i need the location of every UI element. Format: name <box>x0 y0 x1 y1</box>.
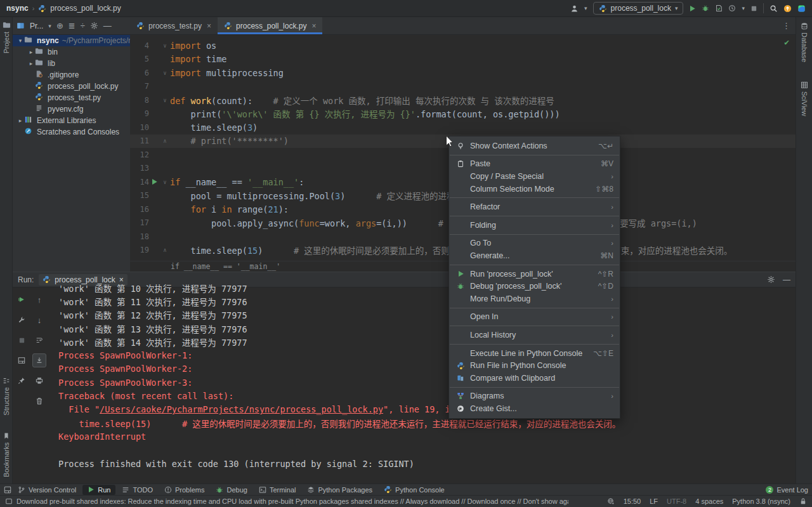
tree-chevron-icon[interactable]: ▸ <box>27 60 35 67</box>
collapse-all-button[interactable]: ≣ <box>69 21 75 30</box>
menu-item-local-history[interactable]: Local History› <box>449 329 620 341</box>
run-button[interactable] <box>689 5 696 12</box>
console-tool-pin-button[interactable] <box>15 374 29 388</box>
run-line-icon[interactable] <box>151 178 158 185</box>
console-tool-down-button[interactable]: ↓ <box>32 313 46 327</box>
menu-item-paste[interactable]: Paste⌘V <box>449 158 620 171</box>
stop-button[interactable] <box>750 5 757 12</box>
hide-panel-button[interactable]: — <box>103 21 112 30</box>
status-item-4-spaces[interactable]: 4 spaces <box>695 497 723 505</box>
tree-item-Scratches and Consoles[interactable]: Scratches and Consoles <box>13 126 130 138</box>
terminal-icon <box>259 486 266 494</box>
status-message[interactable]: Download pre-built shared indexes: Reduc… <box>16 497 568 505</box>
tool-corner-icon[interactable] <box>4 486 11 494</box>
tool-stripe-project[interactable]: Project <box>3 21 11 53</box>
tool-stripe-database[interactable]: Database <box>801 22 808 62</box>
tool-stripe-bookmarks[interactable]: Bookmarks <box>3 432 10 477</box>
toolbox-icon[interactable] <box>797 4 806 13</box>
tree-item-lib[interactable]: ▸lib <box>13 58 130 69</box>
tree-chevron-icon[interactable]: ▾ <box>16 37 24 44</box>
fold-marker-icon[interactable]: ∨ <box>160 97 170 103</box>
console-tool-wrench-button[interactable] <box>15 313 29 327</box>
status-item-lf[interactable]: LF <box>650 497 658 505</box>
tool-window-button-debug[interactable]: Debug <box>211 485 252 495</box>
tree-item-External Libraries[interactable]: ▸External Libraries <box>13 115 130 126</box>
fold-marker-icon[interactable]: ∨ <box>160 70 170 76</box>
menu-item-execute-line-in-python-console[interactable]: Execute Line in Python Console⌥⇧E <box>449 347 620 360</box>
console-tool-layout-button[interactable] <box>15 353 29 367</box>
console-tool-trash-button[interactable] <box>32 394 46 408</box>
search-icon[interactable] <box>769 4 778 13</box>
fold-marker-icon[interactable]: ∨ <box>160 43 170 49</box>
gear-icon[interactable] <box>90 22 98 30</box>
menu-item-copy-paste-special[interactable]: Copy / Paste Special› <box>449 170 620 183</box>
menu-item-folding[interactable]: Folding› <box>449 219 620 232</box>
project-view-icon[interactable] <box>16 22 25 30</box>
tree-item-nsync[interactable]: ▾nsync~/PycharmProjects/n <box>13 35 130 46</box>
console-tool-softwrap-button[interactable] <box>32 333 46 347</box>
tool-window-button-todo[interactable]: TODO <box>117 485 158 495</box>
menu-item-compare-with-clipboard[interactable]: Compare with Clipboard <box>449 372 620 385</box>
console-tool-print-button[interactable] <box>32 374 46 388</box>
tree-item-bin[interactable]: ▸bin <box>13 46 130 58</box>
tool-window-button-python-packages[interactable]: Python Packages <box>302 485 377 495</box>
status-item-utf-8[interactable]: UTF-8 <box>667 497 686 505</box>
status-item-15-50[interactable]: 15:50 <box>624 497 641 505</box>
tree-item-.gitignore[interactable]: .gitignore <box>13 69 130 81</box>
expand-collapse-button[interactable]: ÷ <box>81 21 85 30</box>
tool-stripe-structure[interactable]: Structure <box>3 377 10 416</box>
tree-item-process_poll_lock.py[interactable]: process_poll_lock.py <box>13 81 130 92</box>
close-icon[interactable]: × <box>311 22 316 30</box>
update-icon[interactable] <box>783 4 792 13</box>
menu-item-more-run-debug[interactable]: More Run/Debug› <box>449 293 620 305</box>
editor-tab-process_test.py[interactable]: process_test.py× <box>130 17 218 34</box>
close-icon[interactable]: × <box>207 22 211 30</box>
kebab-menu-icon[interactable]: ⋮ <box>777 21 796 30</box>
scrollend-icon <box>36 357 43 364</box>
status-item-python-3.8-nsync-[interactable]: Python 3.8 (nsync) <box>732 497 790 505</box>
tool-window-button-version-control[interactable]: Version Control <box>13 485 81 495</box>
menu-item-open-in[interactable]: Open In› <box>449 311 620 324</box>
editor-tab-process_poll_lock.py[interactable]: process_poll_lock.py× <box>218 17 322 34</box>
run-console[interactable]: 'work' 函数 第 10 次执行, 进程号为 77977'work' 函数 … <box>49 281 796 484</box>
menu-item-diagrams[interactable]: Diagrams› <box>449 390 620 403</box>
menu-item-debug-process-poll-lock[interactable]: Debug 'process_poll_lock'^⇧D <box>449 280 620 293</box>
lock-icon[interactable] <box>799 497 807 505</box>
fold-marker-icon[interactable]: ∧ <box>160 247 170 253</box>
locate-file-button[interactable]: ⊕ <box>56 21 63 30</box>
coverage-button[interactable] <box>715 4 723 12</box>
tree-item-pyvenv.cfg[interactable]: pyvenv.cfg <box>13 103 130 115</box>
console-tool-up-button[interactable]: ↑ <box>32 293 46 306</box>
tool-window-button-run[interactable]: Run <box>82 485 115 495</box>
menu-item-create-gist[interactable]: Create Gist... <box>449 402 620 415</box>
profiler-button[interactable] <box>728 4 736 12</box>
event-log-button[interactable]: 2 Event Log <box>766 486 808 494</box>
tree-chevron-icon[interactable]: ▸ <box>16 117 24 124</box>
console-tool-scrollend-button[interactable] <box>32 353 46 367</box>
menu-item-refactor[interactable]: Refactor› <box>449 201 620 213</box>
user-icon[interactable] <box>570 4 579 13</box>
run-configuration-select[interactable]: process_poll_lock ▾ <box>593 2 684 15</box>
globe-icon[interactable] <box>607 497 615 505</box>
tool-stripe-sciview[interactable]: SciView <box>801 81 808 116</box>
menu-item-go-to[interactable]: Go To› <box>449 237 620 250</box>
console-tool-stopgray-button[interactable] <box>15 333 29 347</box>
breadcrumb-item[interactable]: if __name__ == '__main__' <box>171 262 280 271</box>
tree-chevron-icon[interactable]: ▸ <box>27 49 35 55</box>
fold-marker-icon[interactable]: ∨ <box>160 179 170 185</box>
menu-item-column-selection-mode[interactable]: Column Selection Mode⇧⌘8 <box>449 183 620 195</box>
debug-button[interactable] <box>702 4 709 12</box>
menu-item-run-file-in-python-console[interactable]: Run File in Python Console <box>449 359 620 372</box>
notification-icon[interactable] <box>5 497 13 505</box>
fold-marker-icon[interactable]: ∧ <box>160 138 170 144</box>
menu-item-show-context-actions[interactable]: Show Context Actions⌥↵ <box>449 140 620 152</box>
tree-item-process_test.py[interactable]: process_test.py <box>13 92 130 103</box>
tool-window-button-terminal[interactable]: Terminal <box>254 485 301 495</box>
tool-window-button-python-console[interactable]: Python Console <box>379 485 450 495</box>
tool-window-button-problems[interactable]: Problems <box>159 485 209 495</box>
menu-item-generate[interactable]: Generate...⌘N <box>449 249 620 262</box>
menu-item-run-process-poll-lock[interactable]: Run 'process_poll_lock'^⇧R <box>449 268 620 280</box>
console-tool-rerun-button[interactable] <box>15 293 29 306</box>
project-view-selector[interactable]: Pr... <box>30 22 43 30</box>
traceback-file-link[interactable]: /Users/caoke/PycharmProjects/nsync/proce… <box>100 404 383 414</box>
